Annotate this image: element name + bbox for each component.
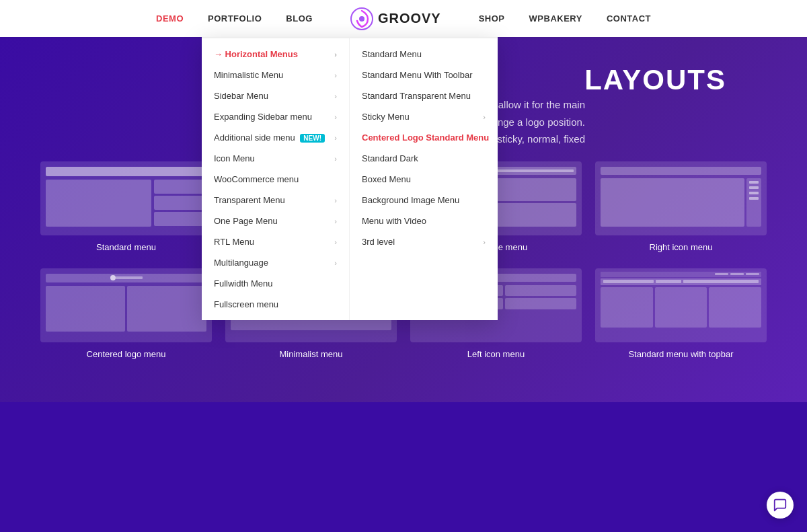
menu-item-label: Multilanguage: [214, 258, 268, 268]
menu-item-label: Transparent Menu: [214, 195, 285, 205]
menu-item-label: Menu with Video: [362, 216, 426, 226]
submenu-boxed[interactable]: Boxed Menu: [350, 169, 498, 190]
layout-label: Standard menu: [96, 242, 156, 252]
menu-item-label: → Horizontal Menus: [214, 49, 298, 59]
layout-card-centered[interactable]: Centered logo menu: [40, 268, 212, 359]
menu-item-icon[interactable]: Icon Menu ›: [202, 148, 349, 169]
submenu-standard-transparent[interactable]: Standard Transparent Menu: [350, 85, 498, 106]
menu-item-label: WooCommerce menu: [214, 174, 299, 184]
menu-item-label: Boxed Menu: [362, 174, 411, 184]
menu-item-sidebar[interactable]: Sidebar Menu ›: [202, 85, 349, 106]
menu-item-label: Icon Menu: [214, 153, 255, 163]
chevron-right-icon: ›: [334, 113, 337, 121]
menu-item-label: Standard Menu: [362, 49, 422, 59]
menu-item-label: Background Image Menu: [362, 195, 459, 205]
layout-label: Standard menu with topbar: [628, 349, 733, 359]
menu-item-label: Centered Logo Standard Menu: [362, 132, 489, 143]
menu-item-label: 3rd level: [362, 237, 395, 247]
submenu-standard-dark[interactable]: Standard Dark: [350, 148, 498, 169]
layout-label: Centered logo menu: [87, 349, 166, 359]
chevron-right-icon: ›: [334, 238, 337, 246]
menu-item-label: Standard Menu With Toolbar: [362, 70, 473, 80]
layout-thumb-topbar: [595, 268, 767, 342]
layout-thumb-standard: [40, 161, 212, 235]
menu-item-multilanguage[interactable]: Multilanguage ›: [202, 252, 349, 273]
menu-item-horizontal-menus[interactable]: → Horizontal Menus ›: [202, 44, 349, 65]
submenu-standard-toolbar[interactable]: Standard Menu With Toolbar: [350, 65, 498, 85]
chevron-right-icon: ›: [334, 71, 337, 79]
submenu-3rd-level[interactable]: 3rd level ›: [350, 231, 498, 252]
nav-portfolio[interactable]: PORTFOLIO: [208, 13, 262, 24]
chevron-right-icon: ›: [334, 196, 337, 204]
menu-item-rtl[interactable]: RTL Menu ›: [202, 231, 349, 252]
menu-item-label: Sidebar Menu: [214, 91, 268, 101]
layout-thumb-righticon: [595, 161, 767, 235]
submenu-sticky[interactable]: Sticky Menu ›: [350, 106, 498, 127]
dropdown-col1: → Horizontal Menus › Minimalistic Menu ›…: [202, 38, 350, 320]
logo-icon: [350, 7, 373, 30]
menu-item-onepage[interactable]: One Page Menu ›: [202, 211, 349, 231]
menu-item-expanding[interactable]: Expanding Sidebar menu ›: [202, 106, 349, 127]
menu-item-additional[interactable]: Additional side menu NEW! ›: [202, 127, 349, 148]
nav-shop[interactable]: SHOP: [479, 13, 505, 24]
menu-item-label: One Page Menu: [214, 216, 278, 226]
nav-contact[interactable]: CONTACT: [607, 13, 651, 24]
menu-item-label: Fullscreen menu: [214, 299, 278, 309]
layout-label: Right icon menu: [650, 242, 713, 252]
submenu-standard[interactable]: Standard Menu: [350, 44, 498, 65]
logo[interactable]: GROOVY: [350, 7, 441, 30]
layout-card-righticon[interactable]: Right icon menu: [595, 161, 767, 252]
menu-item-minimalistic[interactable]: Minimalistic Menu ›: [202, 65, 349, 85]
menu-item-label: Standard Dark: [362, 153, 418, 163]
submenu-centered-logo[interactable]: Centered Logo Standard Menu: [350, 127, 498, 148]
logo-text: GROOVY: [378, 11, 441, 26]
chevron-right-icon: ›: [334, 259, 337, 267]
chevron-right-icon: ›: [334, 134, 337, 142]
chevron-right-icon: ›: [334, 217, 337, 225]
nav-demo[interactable]: DEMO: [156, 13, 184, 24]
nav-wpbakery[interactable]: WPBAKERY: [529, 13, 582, 24]
header: DEMO PORTFOLIO BLOG GROOVY SHOP WPBAKERY…: [0, 0, 807, 37]
submenu-background-image[interactable]: Background Image Menu: [350, 190, 498, 211]
nav-blog[interactable]: BLOG: [286, 13, 313, 24]
menu-item-woocommerce[interactable]: WooCommerce menu: [202, 169, 349, 190]
layout-label: Minimalist menu: [280, 349, 343, 359]
menu-item-label: Standard Transparent Menu: [362, 91, 471, 101]
menu-item-label: Minimalistic Menu: [214, 70, 283, 80]
chevron-right-icon: ›: [334, 92, 337, 100]
dropdown-col2: Standard Menu Standard Menu With Toolbar…: [350, 38, 498, 320]
menu-item-label: Additional side menu NEW!: [214, 132, 325, 143]
menu-item-label: RTL Menu: [214, 237, 254, 247]
new-badge: NEW!: [300, 134, 325, 143]
chevron-right-icon: ›: [483, 238, 486, 246]
mega-menu-dropdown: → Horizontal Menus › Minimalistic Menu ›…: [202, 37, 498, 320]
layout-card-standard[interactable]: Standard menu: [40, 161, 212, 252]
hero-title: LAYOUTS: [584, 64, 726, 96]
chevron-right-icon: ›: [334, 50, 337, 59]
chevron-right-icon: ›: [334, 155, 337, 163]
menu-item-fullscreen[interactable]: Fullscreen menu: [202, 294, 349, 315]
svg-point-1: [359, 16, 364, 22]
chevron-right-icon: ›: [483, 113, 486, 121]
menu-item-label: Fullwidth Menu: [214, 278, 272, 289]
menu-item-label: Expanding Sidebar menu: [214, 112, 312, 122]
menu-item-fullwidth[interactable]: Fullwidth Menu: [202, 273, 349, 294]
submenu-video[interactable]: Menu with Video: [350, 211, 498, 231]
menu-item-label: Sticky Menu: [362, 112, 410, 122]
main-nav: DEMO PORTFOLIO BLOG GROOVY SHOP WPBAKERY…: [156, 7, 651, 30]
layout-thumb-centered: [40, 268, 212, 342]
layout-label: Left icon menu: [467, 349, 525, 359]
layout-card-topbar[interactable]: Standard menu with topbar: [595, 268, 767, 359]
menu-item-transparent[interactable]: Transparent Menu ›: [202, 190, 349, 211]
